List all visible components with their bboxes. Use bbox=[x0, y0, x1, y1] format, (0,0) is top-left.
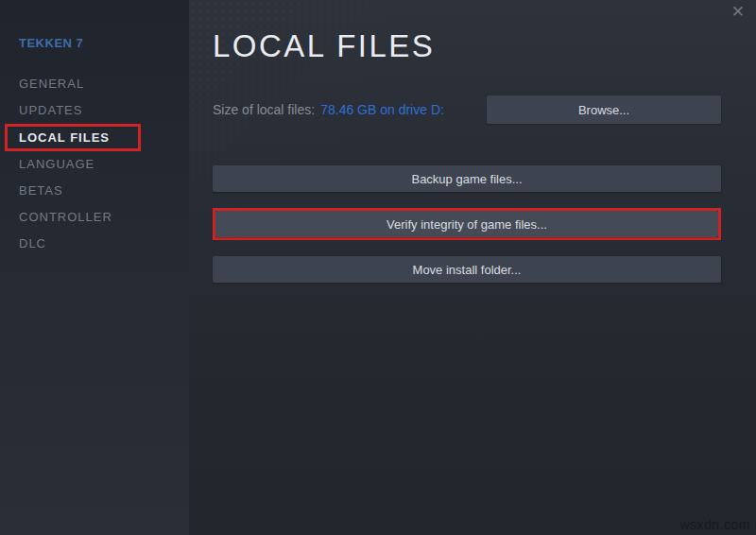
sidebar-item-betas[interactable]: BETAS bbox=[19, 178, 189, 204]
action-buttons: Backup game files... Verify integrity of… bbox=[213, 165, 721, 283]
size-value: 78.46 GB on drive D: bbox=[320, 102, 444, 117]
sidebar-nav: GENERAL UPDATES LOCAL FILES LANGUAGE BET… bbox=[0, 71, 189, 257]
local-files-content: LOCAL FILES Size of local files: 78.46 G… bbox=[189, 0, 756, 283]
page-title: LOCAL FILES bbox=[213, 0, 721, 64]
sidebar-item-language[interactable]: LANGUAGE bbox=[19, 151, 189, 178]
sidebar-item-updates[interactable]: UPDATES bbox=[19, 97, 189, 124]
watermark: wsxdn.com bbox=[679, 517, 750, 532]
sidebar-item-dlc[interactable]: DLC bbox=[19, 231, 189, 257]
main-panel: ✕ LOCAL FILES Size of local files: 78.46… bbox=[189, 0, 756, 535]
sidebar-item-controller[interactable]: CONTROLLER bbox=[19, 204, 189, 231]
game-title: TEKKEN 7 bbox=[19, 36, 189, 50]
sidebar-item-local-files[interactable]: LOCAL FILES bbox=[5, 124, 141, 151]
sidebar: TEKKEN 7 GENERAL UPDATES LOCAL FILES LAN… bbox=[0, 0, 189, 535]
sidebar-item-general[interactable]: GENERAL bbox=[19, 71, 189, 97]
browse-button[interactable]: Browse... bbox=[487, 95, 721, 124]
verify-highlight-box: Verify integrity of game files... bbox=[213, 208, 721, 240]
verify-integrity-button[interactable]: Verify integrity of game files... bbox=[215, 211, 718, 237]
steam-game-properties-window: TEKKEN 7 GENERAL UPDATES LOCAL FILES LAN… bbox=[0, 0, 756, 535]
backup-game-files-button[interactable]: Backup game files... bbox=[213, 165, 721, 192]
move-install-folder-button[interactable]: Move install folder... bbox=[213, 256, 721, 283]
size-label: Size of local files: bbox=[213, 102, 315, 117]
size-of-local-files-row: Size of local files: 78.46 GB on drive D… bbox=[213, 95, 721, 124]
